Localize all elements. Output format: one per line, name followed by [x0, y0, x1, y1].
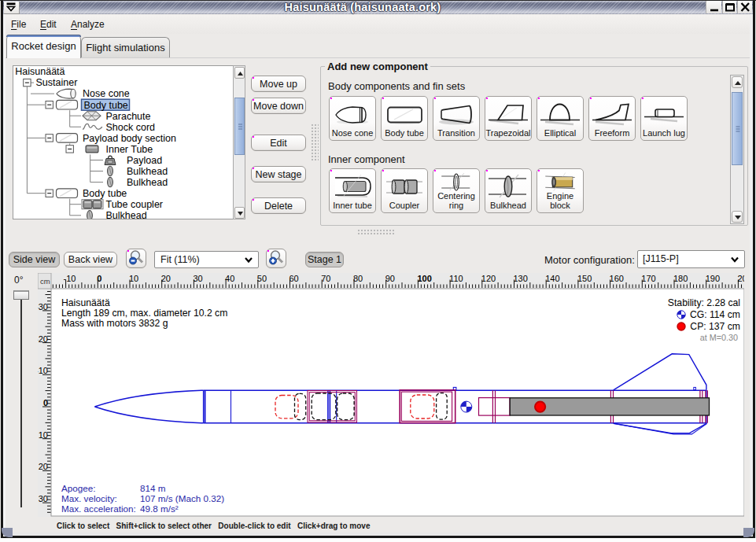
svg-text:0: 0 [97, 274, 101, 283]
svg-text:Parachute: Parachute [106, 111, 151, 122]
svg-text:814 m: 814 m [140, 483, 165, 493]
svg-text:-20: -20 [38, 334, 48, 344]
svg-text:80: 80 [353, 274, 363, 283]
svg-text:30: 30 [193, 274, 202, 283]
svg-text:20: 20 [161, 274, 171, 283]
svg-text:Nose cone: Nose cone [83, 88, 130, 99]
svg-text:Bulkhead: Bulkhead [127, 177, 168, 188]
svg-text:cm: cm [40, 277, 50, 286]
svg-text:Haisunäätä: Haisunäätä [61, 297, 110, 308]
svg-text:200: 200 [737, 274, 744, 283]
svg-text:40: 40 [225, 274, 234, 283]
svg-text:Max. velocity:: Max. velocity: [61, 493, 117, 503]
svg-text:120: 120 [481, 274, 496, 283]
svg-text:Stability: 2.28 cal: Stability: 2.28 cal [668, 297, 740, 308]
svg-text:0: 0 [43, 398, 48, 407]
svg-text:Payload body section: Payload body section [83, 133, 176, 144]
svg-text:10: 10 [129, 274, 138, 283]
svg-text:170: 170 [641, 274, 655, 283]
svg-text:CP: 137 cm: CP: 137 cm [690, 321, 740, 332]
svg-text:180: 180 [673, 274, 688, 283]
svg-text:-10: -10 [38, 366, 48, 375]
svg-text:160: 160 [610, 274, 624, 283]
svg-text:50: 50 [257, 274, 267, 283]
svg-text:Haisunäätä: Haisunäätä [15, 66, 65, 77]
svg-text:Max. acceleration:: Max. acceleration: [61, 503, 136, 514]
svg-text:-10: -10 [64, 274, 76, 283]
svg-text:130: 130 [514, 274, 528, 283]
svg-text:140: 140 [545, 274, 559, 283]
svg-text:at M=0.30: at M=0.30 [700, 333, 738, 342]
svg-text:10: 10 [39, 430, 48, 440]
svg-text:Sustainer: Sustainer [36, 77, 78, 88]
svg-text:Length 189 cm, max. diameter 1: Length 189 cm, max. diameter 10.2 cm [61, 308, 227, 319]
svg-text:Apogee:: Apogee: [61, 483, 96, 493]
svg-text:Payload: Payload [127, 155, 162, 166]
svg-text:30: 30 [39, 494, 48, 503]
svg-text:20: 20 [39, 462, 48, 471]
svg-text:107 m/s (Mach 0.32): 107 m/s (Mach 0.32) [140, 493, 224, 503]
svg-text:60: 60 [289, 274, 299, 283]
svg-text:Bulkhead: Bulkhead [127, 166, 168, 177]
svg-text:Body tube: Body tube [84, 100, 128, 111]
svg-text:110: 110 [449, 274, 463, 283]
svg-text:70: 70 [321, 274, 330, 283]
svg-text:Body tube: Body tube [83, 188, 127, 199]
svg-text:Tube coupler: Tube coupler [106, 199, 164, 210]
svg-text:190: 190 [706, 274, 720, 283]
svg-text:90: 90 [385, 274, 395, 283]
svg-text:CG: 114 cm: CG: 114 cm [690, 309, 740, 320]
svg-text:Bulkhead: Bulkhead [106, 210, 147, 219]
svg-text:Inner Tube: Inner Tube [106, 144, 153, 155]
svg-text:-30: -30 [38, 302, 48, 312]
svg-text:150: 150 [577, 274, 592, 283]
svg-text:100: 100 [417, 274, 431, 283]
svg-text:Mass with motors 3832 g: Mass with motors 3832 g [61, 318, 168, 329]
svg-text:49.8 m/s²: 49.8 m/s² [140, 503, 179, 514]
svg-text:Shock cord: Shock cord [106, 122, 156, 133]
